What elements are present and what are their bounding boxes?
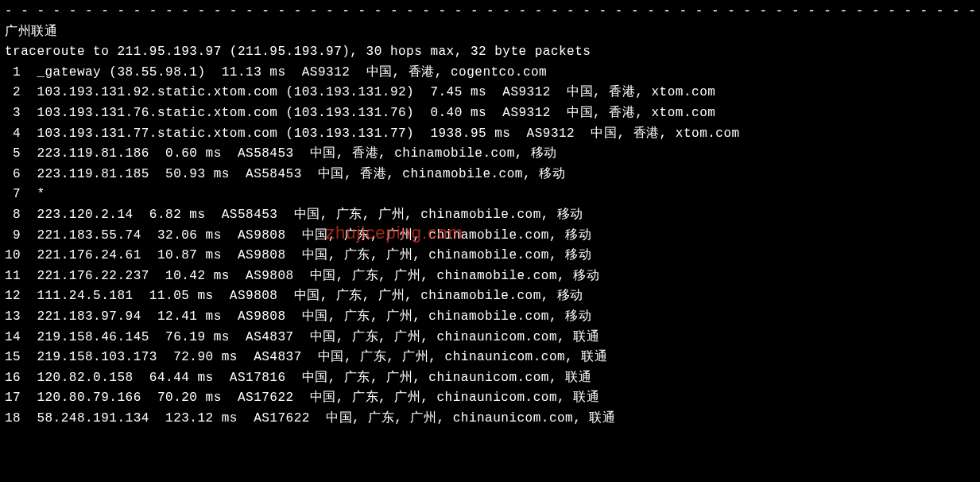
terminal-output: - - - - - - - - - - - - - - - - - - - - … — [5, 2, 975, 429]
